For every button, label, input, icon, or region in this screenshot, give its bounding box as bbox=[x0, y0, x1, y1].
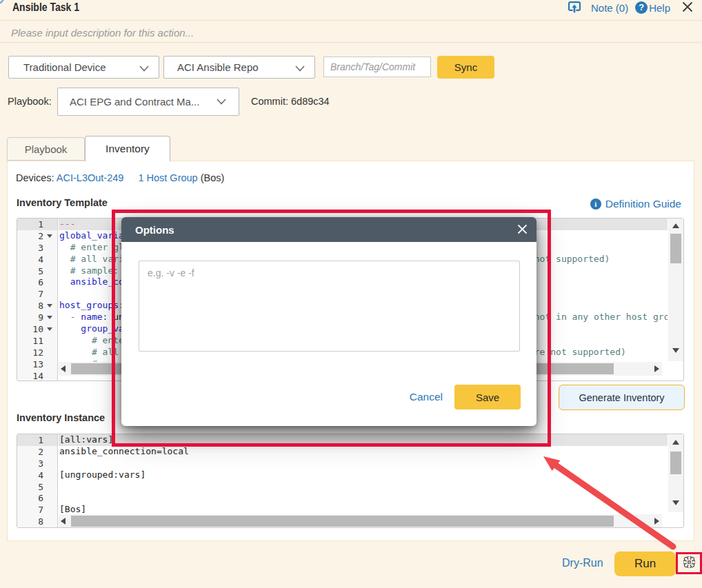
close-icon[interactable] bbox=[682, 1, 693, 15]
editor-gutter: 1234567891011121314 bbox=[17, 219, 58, 381]
corner-badge-fragment bbox=[0, 0, 4, 4]
gutter-line-7: 7 bbox=[17, 288, 57, 300]
help-icon[interactable]: ? bbox=[635, 1, 648, 14]
dry-run-link[interactable]: Dry-Run bbox=[562, 557, 603, 569]
tab-inventory[interactable]: Inventory bbox=[85, 136, 170, 161]
host-group-suffix: (Bos) bbox=[201, 172, 225, 183]
chevron-down-icon bbox=[295, 65, 305, 72]
scrollbar-thumb[interactable] bbox=[71, 516, 614, 527]
scroll-up-icon[interactable] bbox=[672, 440, 679, 445]
gutter-line-6: 6 bbox=[17, 492, 57, 504]
options-textarea[interactable]: e.g. -v -e -f bbox=[139, 261, 520, 352]
code-line-3 bbox=[59, 458, 668, 469]
devices-row: Devices: ACI-L3Out-249 1 Host Group (Bos… bbox=[16, 172, 224, 183]
code-line-2: ansible_connection=local bbox=[59, 446, 668, 458]
repo-select[interactable]: ACI Ansible Repo bbox=[163, 56, 315, 79]
sync-button[interactable]: Sync bbox=[437, 56, 494, 79]
editor-gutter: 12345678 bbox=[17, 434, 58, 527]
playbook-label: Playbook: bbox=[8, 96, 52, 107]
gutter-line-10: 10 bbox=[17, 323, 57, 335]
gutter-line-1: 1 bbox=[17, 219, 57, 230]
gutter-line-2: 2 bbox=[17, 446, 57, 458]
vertical-scrollbar[interactable] bbox=[668, 434, 683, 512]
gutter-line-5: 5 bbox=[17, 265, 57, 277]
title-bar: Ansible Task 1 Note (0) ? Help bbox=[0, 0, 702, 21]
cancel-button[interactable]: Cancel bbox=[410, 391, 443, 403]
scroll-down-icon[interactable] bbox=[672, 500, 679, 505]
inventory-instance-heading: Inventory Instance bbox=[17, 412, 105, 423]
export-icon[interactable] bbox=[568, 1, 581, 16]
modal-close-icon[interactable] bbox=[517, 224, 528, 237]
gutter-line-14: 14 bbox=[17, 370, 57, 381]
save-button[interactable]: Save bbox=[454, 385, 521, 409]
definition-guide-link[interactable]: i Definition Guide bbox=[590, 198, 681, 210]
gutter-line-4: 4 bbox=[17, 469, 57, 481]
scroll-right-icon[interactable] bbox=[654, 518, 659, 525]
vertical-scrollbar[interactable] bbox=[668, 219, 683, 361]
repo-value: ACI Ansible Repo bbox=[164, 61, 259, 73]
description-placeholder: Please input description for this action… bbox=[11, 27, 194, 39]
branch-input[interactable]: Branch/Tag/Commit bbox=[323, 57, 431, 77]
gutter-line-1: 1 bbox=[17, 434, 57, 446]
scroll-left-icon[interactable] bbox=[61, 518, 66, 525]
options-placeholder: e.g. -v -e -f bbox=[148, 267, 194, 278]
gutter-line-13: 13 bbox=[17, 358, 57, 370]
inventory-template-heading: Inventory Template bbox=[17, 197, 108, 208]
gear-annotation-box bbox=[676, 552, 702, 574]
gutter-line-6: 6 bbox=[17, 276, 57, 288]
info-icon: i bbox=[590, 199, 601, 210]
gutter-line-3: 3 bbox=[17, 458, 57, 469]
fold-arrow-icon[interactable] bbox=[47, 304, 52, 307]
tab-playbook[interactable]: Playbook bbox=[7, 137, 85, 161]
scroll-up-icon[interactable] bbox=[672, 223, 679, 228]
scrollbar-thumb[interactable] bbox=[670, 452, 681, 474]
gutter-line-11: 11 bbox=[17, 335, 57, 347]
devices-label: Devices: bbox=[16, 172, 54, 183]
gutter-line-4: 4 bbox=[17, 254, 57, 265]
commit-label: Commit: 6d89c34 bbox=[251, 96, 330, 107]
horizontal-scrollbar[interactable] bbox=[59, 514, 662, 528]
device-type-select[interactable]: Traditional Device bbox=[8, 56, 159, 79]
host-group-link[interactable]: 1 Host Group bbox=[138, 172, 197, 183]
gutter-line-5: 5 bbox=[17, 481, 57, 493]
gear-icon[interactable] bbox=[683, 556, 695, 571]
gutter-line-8: 8 bbox=[17, 516, 57, 527]
code-line-6 bbox=[59, 492, 668, 504]
code-line-1: [all:vars] bbox=[59, 434, 668, 446]
code-line-5 bbox=[59, 481, 668, 493]
branch-placeholder: Branch/Tag/Commit bbox=[330, 61, 415, 72]
gutter-line-3: 3 bbox=[17, 242, 57, 254]
gutter-line-7: 7 bbox=[17, 504, 57, 516]
modal-header: Options bbox=[121, 217, 536, 242]
generate-inventory-button[interactable]: Generate Inventory bbox=[559, 385, 685, 410]
scroll-right-icon[interactable] bbox=[654, 365, 659, 372]
chevron-down-icon bbox=[139, 65, 149, 72]
playbook-value: ACI EPG and Contract Ma... bbox=[58, 96, 199, 108]
gutter-line-12: 12 bbox=[17, 347, 57, 358]
fold-arrow-icon[interactable] bbox=[47, 234, 52, 238]
device-type-value: Traditional Device bbox=[9, 61, 106, 73]
description-bar[interactable]: Please input description for this action… bbox=[0, 21, 702, 43]
playbook-select[interactable]: ACI EPG and Contract Ma... bbox=[57, 88, 239, 116]
editor-code[interactable]: [all:vars]ansible_connection=local[ungro… bbox=[59, 434, 668, 527]
run-button[interactable]: Run bbox=[614, 551, 676, 576]
gutter-line-2: 2 bbox=[17, 230, 57, 242]
gutter-line-8: 8 bbox=[17, 300, 57, 312]
definition-guide-label: Definition Guide bbox=[605, 198, 681, 210]
note-link[interactable]: Note (0) bbox=[591, 2, 628, 14]
code-line-4: [ungrouped:vars] bbox=[59, 469, 668, 481]
scroll-left-icon[interactable] bbox=[61, 365, 66, 372]
inventory-instance-editor[interactable]: 12345678 [all:vars]ansible_connection=lo… bbox=[17, 434, 684, 528]
modal-title: Options bbox=[135, 224, 174, 236]
fold-arrow-icon[interactable] bbox=[47, 316, 52, 319]
options-modal: Options e.g. -v -e -f Cancel Save bbox=[121, 217, 536, 426]
scrollbar-thumb[interactable] bbox=[670, 234, 681, 263]
gutter-line-9: 9 bbox=[17, 312, 57, 323]
fold-arrow-icon[interactable] bbox=[47, 327, 52, 331]
help-link[interactable]: Help bbox=[649, 2, 670, 14]
chevron-down-icon bbox=[217, 99, 226, 105]
scroll-down-icon[interactable] bbox=[672, 348, 679, 353]
page-title: Ansible Task 1 bbox=[12, 1, 79, 14]
device-link[interactable]: ACI-L3Out-249 bbox=[57, 172, 124, 183]
